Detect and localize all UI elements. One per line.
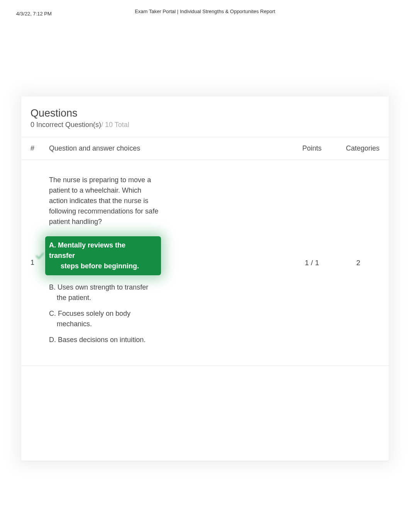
table-header-row: # Question and answer choices Points Cat… [21, 137, 389, 160]
answer-b-letter: B. [49, 283, 56, 291]
answer-b-line2: the patient. [49, 293, 161, 303]
question-categories: 2 [337, 175, 380, 351]
question-text: The nurse is preparing to move a patient… [49, 175, 161, 227]
card-subtitle: 0 Incorrect Question(s)/ 10 Total [30, 121, 380, 129]
answer-choice-c: C. Focuses solely on body mechanics. [49, 308, 161, 329]
card-title: Questions [30, 107, 380, 119]
incorrect-count: 0 Incorrect Question(s) [30, 121, 101, 129]
answer-a-line1: Mentally reviews the transfer [49, 241, 125, 259]
total-count: / 10 Total [101, 121, 129, 129]
column-header-number: # [30, 144, 49, 152]
answer-a-line2: steps before beginning. [49, 261, 153, 271]
answer-c-letter: C. [49, 310, 56, 317]
answer-choice-b: B. Uses own strength to transfer the pat… [49, 282, 161, 303]
question-row: 1 The nurse is preparing to move a patie… [21, 160, 389, 366]
question-content-cell: The nurse is preparing to move a patient… [49, 175, 287, 351]
card-header: Questions 0 Incorrect Question(s)/ 10 To… [21, 97, 389, 137]
column-header-question: Question and answer choices [49, 144, 287, 152]
questions-card: Questions 0 Incorrect Question(s)/ 10 To… [21, 97, 389, 461]
answer-a-letter: A. [49, 241, 56, 249]
print-timestamp: 4/3/22, 7:12 PM [16, 11, 52, 17]
question-content: The nurse is preparing to move a patient… [49, 175, 161, 345]
answer-choice-a: A. Mentally reviews the transfer steps b… [45, 236, 161, 275]
answer-d-text: Bases decisions on intuition. [58, 336, 146, 344]
answer-choice-d: D. Bases decisions on intuition. [49, 335, 161, 345]
answer-b-line1: Uses own strength to transfer [58, 283, 148, 291]
answer-d-letter: D. [49, 336, 56, 344]
answer-c-line1: Focuses solely on body [58, 310, 130, 317]
answer-c-line2: mechanics. [49, 319, 161, 329]
print-title: Exam Taker Portal | Individual Strengths… [135, 8, 275, 14]
column-header-points: Points [287, 144, 337, 152]
question-points: 1 / 1 [287, 175, 337, 351]
checkmark-icon [34, 251, 45, 261]
column-header-categories: Categories [337, 144, 380, 152]
